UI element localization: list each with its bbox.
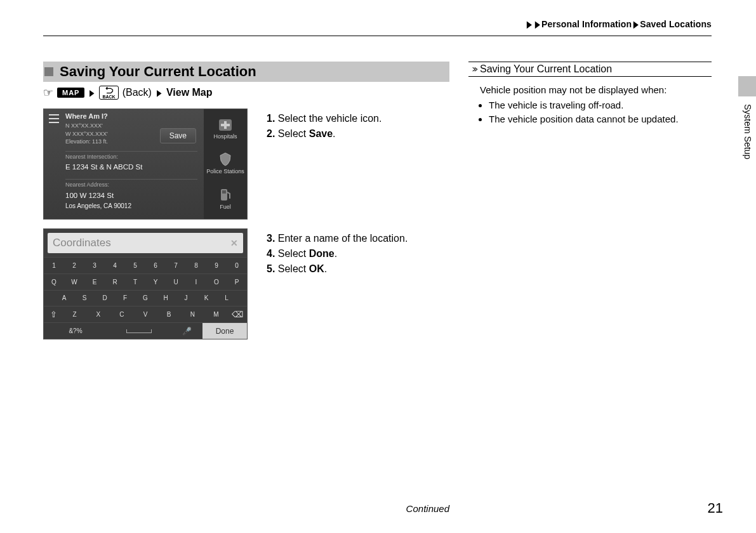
key[interactable]: G bbox=[135, 294, 156, 301]
backspace-key[interactable]: ⌫ bbox=[228, 310, 247, 319]
clear-icon[interactable]: ✕ bbox=[230, 238, 238, 248]
step-number: 2. bbox=[267, 128, 275, 139]
key[interactable]: S bbox=[74, 294, 95, 301]
key[interactable]: M bbox=[204, 311, 228, 318]
mic-key[interactable]: 🎤 bbox=[171, 327, 202, 336]
police-label: Police Stations bbox=[206, 168, 244, 174]
step-number: 1. bbox=[267, 113, 275, 124]
key[interactable]: T bbox=[125, 279, 145, 286]
nearest-address-line1: 100 W 1234 St bbox=[65, 192, 114, 199]
shift-key[interactable]: ⇧ bbox=[44, 310, 63, 319]
key[interactable]: J bbox=[176, 294, 196, 301]
kb-row-asdf: ASDFGHJKL bbox=[44, 290, 247, 306]
key[interactable]: 1 bbox=[44, 262, 64, 269]
view-map-label: View Map bbox=[166, 87, 213, 98]
key[interactable]: R bbox=[105, 279, 125, 286]
chapter-tab-label: System Setup bbox=[743, 104, 753, 159]
chevron-right-icon: ▶ bbox=[527, 19, 532, 29]
note-body: Vehicle position may not be displayed wh… bbox=[468, 77, 712, 126]
space-key[interactable] bbox=[107, 329, 171, 333]
screen-title: Where Am I? bbox=[65, 112, 108, 120]
keyboard-screenshot: Coordinates ✕ 1234567890 QWERTYUIOP ASDF… bbox=[43, 228, 248, 339]
key[interactable]: V bbox=[133, 311, 157, 318]
nearest-intersection-label: Nearest Intersection: bbox=[65, 154, 118, 160]
chevron-right-icon: ▶ bbox=[633, 19, 639, 29]
key[interactable]: D bbox=[95, 294, 115, 301]
name-input[interactable]: Coordinates ✕ bbox=[48, 233, 243, 253]
key[interactable]: 4 bbox=[105, 262, 125, 269]
key[interactable]: Y bbox=[145, 279, 166, 286]
elevation: Elevation: 113 ft. bbox=[65, 138, 108, 146]
section-heading-text: Saving Your Current Location bbox=[60, 63, 256, 80]
back-label: BACK bbox=[102, 95, 115, 99]
kb-row-zxcv: ⇧ ZXCVBNM ⌫ bbox=[44, 306, 247, 322]
latitude: N XX°XX.XXX' bbox=[65, 122, 108, 130]
hospitals-button[interactable]: Hospitals bbox=[213, 118, 237, 140]
step-number: 3. bbox=[267, 233, 275, 244]
key[interactable]: 3 bbox=[84, 262, 105, 269]
where-am-i-screenshot: Where Am I? N XX°XX.XXX' W XXX°XX.XXX' E… bbox=[43, 109, 248, 220]
nearest-intersection-value: E 1234 St & N ABCD St bbox=[65, 163, 142, 171]
nearest-address-line2: Los Angeles, CA 90012 bbox=[65, 202, 131, 209]
key[interactable]: W bbox=[64, 279, 84, 286]
step-text: Select bbox=[275, 263, 308, 274]
key[interactable]: B bbox=[157, 311, 181, 318]
key[interactable]: I bbox=[186, 279, 206, 286]
key[interactable]: K bbox=[196, 294, 216, 301]
step-number: 4. bbox=[267, 248, 275, 259]
back-paren: (Back) bbox=[123, 87, 152, 98]
breadcrumb-item: Personal Information bbox=[541, 19, 632, 29]
key[interactable]: 6 bbox=[145, 262, 166, 269]
key[interactable]: O bbox=[206, 279, 227, 286]
key[interactable]: L bbox=[216, 294, 237, 301]
note-intro: Vehicle position may not be displayed wh… bbox=[480, 83, 708, 97]
step-bold: Save bbox=[309, 128, 333, 139]
key[interactable]: P bbox=[227, 279, 247, 286]
back-arrow-icon: ⮌ bbox=[105, 86, 113, 95]
save-button[interactable]: Save bbox=[160, 128, 196, 143]
page-number: 21 bbox=[708, 500, 731, 517]
key[interactable]: X bbox=[86, 311, 110, 318]
step-text: Select the vehicle icon. bbox=[275, 113, 381, 124]
key[interactable]: 2 bbox=[64, 262, 84, 269]
chapter-tab: System Setup bbox=[738, 76, 756, 190]
coordinates-block: N XX°XX.XXX' W XXX°XX.XXX' Elevation: 11… bbox=[65, 122, 108, 146]
fuel-label: Fuel bbox=[220, 204, 231, 210]
key[interactable]: Z bbox=[63, 311, 86, 318]
note-bullet: The vehicle position data cannot be upda… bbox=[489, 112, 708, 126]
breadcrumb: ▶▶Personal Information▶Saved Locations bbox=[43, 19, 731, 29]
fuel-pump-icon bbox=[219, 187, 232, 202]
key[interactable]: Q bbox=[44, 279, 64, 286]
kb-row-qwerty: QWERTYUIOP bbox=[44, 273, 247, 290]
step-number: 5. bbox=[267, 263, 275, 274]
key[interactable]: C bbox=[110, 311, 133, 318]
longitude: W XXX°XX.XXX' bbox=[65, 130, 108, 138]
key[interactable]: 5 bbox=[125, 262, 145, 269]
key[interactable]: N bbox=[181, 311, 204, 318]
key[interactable]: F bbox=[115, 294, 135, 301]
input-placeholder: Coordinates bbox=[53, 237, 111, 249]
note-bullet: The vehicle is traveling off-road. bbox=[489, 98, 708, 112]
key[interactable]: A bbox=[54, 294, 74, 301]
fuel-button[interactable]: Fuel bbox=[219, 187, 232, 210]
key[interactable]: 9 bbox=[206, 262, 227, 269]
key[interactable]: U bbox=[166, 279, 186, 286]
note-heading-text: Saving Your Current Location bbox=[480, 63, 612, 75]
police-stations-button[interactable]: Police Stations bbox=[206, 152, 244, 174]
key[interactable]: 7 bbox=[166, 262, 186, 269]
chevron-right-icon: ▶ bbox=[157, 88, 162, 98]
symbols-key[interactable]: &?% bbox=[44, 327, 107, 334]
breadcrumb-item: Saved Locations bbox=[640, 19, 712, 29]
done-key[interactable]: Done bbox=[202, 323, 247, 339]
hamburger-icon[interactable] bbox=[49, 114, 59, 123]
onscreen-keyboard: 1234567890 QWERTYUIOP ASDFGHJKL ⇧ ZXCVBN… bbox=[44, 257, 247, 339]
key[interactable]: E bbox=[84, 279, 105, 286]
key[interactable]: 0 bbox=[227, 262, 247, 269]
nearest-address-label: Nearest Address: bbox=[65, 181, 109, 188]
key[interactable]: 8 bbox=[186, 262, 206, 269]
key[interactable]: H bbox=[156, 294, 176, 301]
section-heading: Saving Your Current Location bbox=[43, 62, 449, 82]
step-text: . bbox=[324, 263, 327, 274]
back-button-icon: ⮌ BACK bbox=[99, 86, 118, 100]
kb-row-numbers: 1234567890 bbox=[44, 257, 247, 273]
